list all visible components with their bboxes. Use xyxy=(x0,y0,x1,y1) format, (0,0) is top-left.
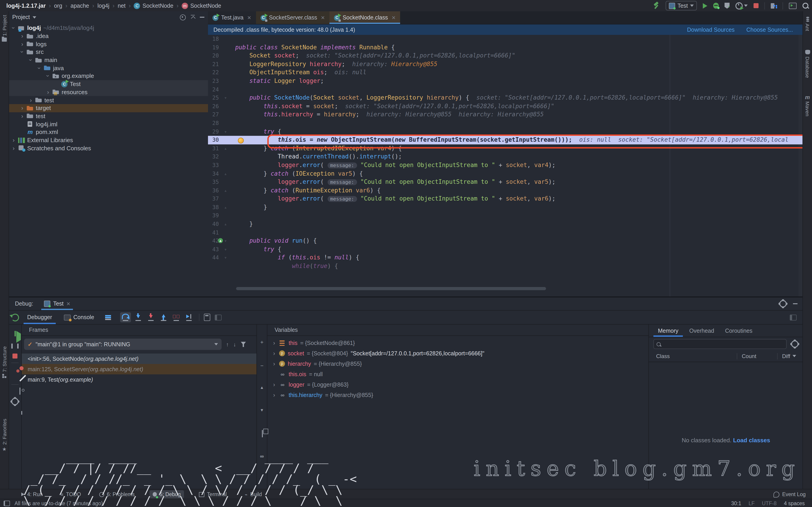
breadcrumb-item-apache[interactable]: apache xyxy=(70,2,89,9)
memory-search-input[interactable] xyxy=(653,339,786,349)
load-classes-link[interactable]: Load classes xyxy=(733,437,770,444)
fold-marker-icon[interactable]: ▿ xyxy=(224,237,227,245)
breadcrumb-item-socketnode[interactable]: mSocketNode xyxy=(182,2,221,9)
variable-row-logger[interactable]: ›∞logger = {Logger@863} xyxy=(267,379,648,390)
close-icon[interactable]: ✕ xyxy=(321,15,325,20)
sidebar-tab-database[interactable]: Database xyxy=(803,50,812,78)
vertical-scrollbar[interactable] xyxy=(798,35,803,296)
memory-tab-coroutines[interactable]: Coroutines xyxy=(720,325,757,337)
tree-item-test[interactable]: ›test xyxy=(9,112,208,120)
fold-marker-icon[interactable]: ▵ xyxy=(224,220,227,228)
column-diff[interactable]: Diff xyxy=(777,353,803,360)
fold-marker-icon[interactable]: ▵ xyxy=(224,170,227,178)
fold-marker-icon[interactable]: ▵ xyxy=(224,186,227,194)
fold-marker-icon[interactable]: ▿ xyxy=(224,245,227,254)
thread-dump-camera-icon[interactable] xyxy=(19,388,20,395)
fold-marker-icon[interactable]: ▿ xyxy=(224,254,227,262)
frame-row[interactable]: main:125, SocketServer (org.apache.log4j… xyxy=(22,364,256,374)
watches-glasses-icon[interactable]: ∞ xyxy=(260,453,264,459)
tree-arrow-icon[interactable]: › xyxy=(45,74,51,78)
toolwindow-button-5-debug[interactable]: 5: Debug xyxy=(150,490,184,498)
reader-mode-icon[interactable] xyxy=(4,501,10,506)
variable-row-socket[interactable]: ›psocket = {Socket@804} "Socket[addr=/12… xyxy=(267,348,648,358)
tree-item-external-libraries[interactable]: ›External Libraries xyxy=(9,136,208,144)
search-everywhere-icon[interactable] xyxy=(803,3,808,9)
toolwindow-button-4-run[interactable]: 4: Run xyxy=(18,490,46,498)
caret-position[interactable]: 30:1 xyxy=(731,501,741,506)
memory-settings-gear-icon[interactable] xyxy=(791,340,798,348)
debug-session-tab[interactable]: Test ✕ xyxy=(42,297,73,310)
tree-arrow-icon[interactable]: › xyxy=(46,89,50,96)
step-over-button[interactable] xyxy=(120,313,131,322)
column-count[interactable]: Count xyxy=(737,353,777,360)
editor-tab-test-java[interactable]: CTest.java✕ xyxy=(208,11,256,24)
editor-tab-socketnode-class[interactable]: CSocketNode.class✕ xyxy=(329,11,400,24)
profiler-chevron-icon[interactable] xyxy=(744,5,748,7)
tree-arrow-icon[interactable]: › xyxy=(20,33,24,39)
tree-arrow-icon[interactable]: › xyxy=(20,41,24,47)
close-icon[interactable]: ✕ xyxy=(66,301,70,307)
run-button[interactable] xyxy=(703,3,707,8)
tree-arrow-icon[interactable]: › xyxy=(29,97,33,103)
sidebar-tab-ant[interactable]: Ant xyxy=(803,17,812,31)
hide-debug-panel-icon[interactable] xyxy=(793,303,798,304)
tree-arrow-icon[interactable]: › xyxy=(19,50,26,54)
sidebar-tab-project[interactable]: 1: Project xyxy=(0,15,9,42)
restore-layout-icon[interactable] xyxy=(790,315,797,320)
download-sources-link[interactable]: Download Sources xyxy=(687,26,734,33)
run-with-coverage-button[interactable] xyxy=(724,3,729,9)
tree-item-test[interactable]: ›test xyxy=(9,96,208,104)
breadcrumb-item-net[interactable]: net xyxy=(118,2,126,9)
next-frame-icon[interactable]: ↓ xyxy=(233,341,236,347)
breadcrumb-item-log4j[interactable]: log4j xyxy=(97,2,109,9)
expand-arrow-icon[interactable]: › xyxy=(272,392,276,398)
duplicate-watch-button[interactable] xyxy=(262,430,263,437)
tab-debugger[interactable]: Debugger xyxy=(23,311,56,324)
editor-tab-socketserver-class[interactable]: CSocketServer.class✕ xyxy=(256,11,329,24)
filter-frames-icon[interactable] xyxy=(241,342,246,347)
tree-item-org-example[interactable]: ›org.example xyxy=(9,72,208,80)
tree-arrow-icon[interactable]: › xyxy=(11,137,16,144)
horizontal-scrollbar[interactable] xyxy=(236,287,546,290)
variable-row-this[interactable]: ›this = {SocketNode@861} xyxy=(267,338,648,348)
indent-setting[interactable]: 4 spaces xyxy=(784,501,805,506)
debugger-settings-gear-icon[interactable] xyxy=(11,398,18,405)
file-encoding[interactable]: UTF-8 xyxy=(762,501,777,506)
toolwindow-button-build[interactable]: ⌁Build xyxy=(242,490,265,498)
tree-arrow-icon[interactable]: › xyxy=(20,113,24,119)
expand-arrow-icon[interactable]: › xyxy=(272,381,276,388)
expand-arrow-icon[interactable]: › xyxy=(272,340,276,346)
tree-item-test[interactable]: CTest xyxy=(9,80,208,88)
frame-row[interactable]: main:9, Test (org.example) xyxy=(22,374,256,385)
run-to-cursor-button[interactable] xyxy=(184,313,194,322)
memory-tab-memory[interactable]: Memory xyxy=(653,325,683,337)
breadcrumb-item-socketnode[interactable]: CSocketNode xyxy=(134,2,173,9)
breadcrumb-item-org[interactable]: org xyxy=(54,2,62,9)
pause-button[interactable] xyxy=(11,344,18,349)
close-icon[interactable]: ✕ xyxy=(247,15,251,20)
move-watch-down-button[interactable]: ▼ xyxy=(260,408,264,412)
sidebar-tab-favorites[interactable]: 2: Favorites ★ xyxy=(0,419,9,452)
tree-arrow-icon[interactable]: › xyxy=(11,145,16,152)
event-log-button[interactable]: Event Log xyxy=(782,492,806,497)
tree-arrow-icon[interactable]: › xyxy=(36,66,43,70)
close-icon[interactable]: ✕ xyxy=(392,15,396,20)
step-into-button[interactable] xyxy=(133,313,144,322)
frame-row[interactable]: <init>:56, SocketNode (org.apache.log4j.… xyxy=(22,353,256,364)
toolwindow-button-terminal[interactable]: Terminal xyxy=(196,490,230,498)
debug-settings-gear-icon[interactable] xyxy=(779,300,786,307)
drop-frame-button[interactable]: ✗⃞ xyxy=(171,313,182,322)
toolwindow-button-6-problems[interactable]: 6: Problems xyxy=(96,490,138,498)
line-ending[interactable]: LF xyxy=(749,501,755,506)
tree-item-logs[interactable]: ›logs xyxy=(9,40,208,48)
breadcrumb-item-log4j-1-2-17-jar[interactable]: log4j-1.2.17.jar xyxy=(6,2,46,9)
debug-button[interactable] xyxy=(713,3,719,9)
chevron-down-icon[interactable] xyxy=(33,16,36,18)
tree-item-main[interactable]: ›main xyxy=(9,56,208,64)
stop-button[interactable] xyxy=(754,3,759,8)
expand-arrow-icon[interactable]: › xyxy=(272,360,276,367)
tree-arrow-icon[interactable]: › xyxy=(28,58,34,62)
settings-view-icon[interactable] xyxy=(215,315,221,320)
profiler-button[interactable] xyxy=(735,2,743,9)
variable-row-hierarchy[interactable]: ›phierarchy = {Hierarchy@855} xyxy=(267,358,648,369)
